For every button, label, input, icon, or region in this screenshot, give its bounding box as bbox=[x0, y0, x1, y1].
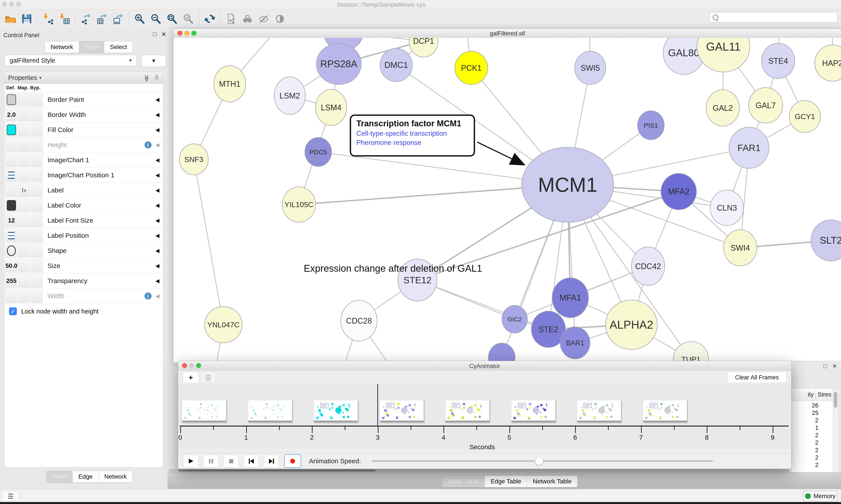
network-node-SWI5[interactable]: SWI5 bbox=[575, 51, 606, 85]
network-node-PDC5[interactable]: PDC5 bbox=[305, 138, 332, 166]
binoculars-icon[interactable] bbox=[241, 13, 254, 25]
info-icon[interactable]: i bbox=[145, 292, 151, 300]
float-panel-icon[interactable]: □ bbox=[823, 363, 827, 370]
close-window-icon[interactable] bbox=[2, 2, 7, 7]
property-row-label-color[interactable]: Label Color◀ bbox=[5, 198, 163, 213]
network-node-PIS1[interactable]: PIS1 bbox=[638, 111, 664, 140]
add-frame-button[interactable]: + bbox=[183, 372, 199, 383]
open-session-icon[interactable] bbox=[4, 13, 17, 25]
network-node-GIC2[interactable]: GIC2 bbox=[502, 305, 527, 333]
network-node-MFA1[interactable]: MFA1 bbox=[552, 278, 589, 318]
expand-row-icon[interactable]: ◀ bbox=[156, 202, 159, 209]
tab-style[interactable]: Style bbox=[79, 41, 104, 53]
expand-row-icon[interactable]: ◀ bbox=[156, 248, 159, 254]
network-node-MCM1[interactable]: MCM1 bbox=[522, 147, 614, 222]
frame-thumbnail-3[interactable] bbox=[314, 400, 358, 422]
table-vertical-scrollbar[interactable] bbox=[833, 390, 838, 473]
property-row-size[interactable]: 50.0Size◀ bbox=[5, 258, 163, 273]
pause-button[interactable] bbox=[203, 455, 218, 467]
property-row-image-chart-1[interactable]: Image/Chart 1◀ bbox=[5, 152, 163, 167]
network-node-LSM2[interactable]: LSM2 bbox=[274, 77, 305, 114]
lock-size-checkbox[interactable]: ✓ bbox=[9, 307, 17, 315]
network-node-GAL11[interactable]: GAL11 bbox=[697, 38, 750, 72]
expand-row-icon[interactable]: ◀ bbox=[156, 142, 159, 148]
expand-row-icon[interactable]: ◀ bbox=[156, 96, 159, 103]
expand-row-icon[interactable]: ◀ bbox=[156, 157, 159, 163]
network-node-DMC1[interactable]: DMC1 bbox=[380, 48, 412, 82]
property-row-transparency[interactable]: 255Transparency◀ bbox=[5, 273, 163, 288]
network-node-STE4[interactable]: STE4 bbox=[762, 43, 795, 78]
property-row-image-chart-position-1[interactable]: Image/Chart Position 1◀ bbox=[5, 167, 163, 183]
tab-node-table[interactable]: Node Table bbox=[442, 476, 485, 487]
zoom-fit-icon[interactable] bbox=[166, 13, 178, 25]
network-node-MTH1[interactable]: MTH1 bbox=[214, 66, 246, 102]
network-node-PCK1[interactable]: PCK1 bbox=[455, 51, 488, 85]
style-options-button[interactable]: ▼ bbox=[141, 55, 166, 67]
tab-network[interactable]: Network bbox=[45, 41, 79, 53]
import-table-icon[interactable] bbox=[58, 13, 71, 25]
property-row-label[interactable]: ⁝›Label◀ bbox=[5, 183, 163, 198]
network-node-GAL2[interactable]: GAL2 bbox=[706, 90, 739, 126]
clear-all-frames-button[interactable]: Clear All Frames bbox=[727, 372, 786, 383]
frame-thumbnail-6[interactable] bbox=[511, 400, 555, 422]
expand-row-icon[interactable]: ◀ bbox=[156, 293, 159, 299]
property-row-width[interactable]: Widthi◀ bbox=[5, 288, 163, 303]
save-session-icon[interactable] bbox=[21, 13, 33, 25]
expand-row-icon[interactable]: ◀ bbox=[156, 263, 159, 269]
network-node-CDC42[interactable]: CDC42 bbox=[631, 247, 665, 286]
tab-node[interactable]: Node bbox=[47, 471, 73, 482]
zoom-in-icon[interactable] bbox=[133, 13, 146, 25]
expand-row-icon[interactable]: ◀ bbox=[156, 127, 159, 133]
network-node-BAR1[interactable]: BAR1 bbox=[560, 327, 590, 359]
network-node-DCP1[interactable]: DCP1 bbox=[409, 38, 438, 57]
network-node-MFA2[interactable]: MFA2 bbox=[661, 174, 696, 210]
minimize-window-icon[interactable] bbox=[9, 2, 14, 7]
collapse-all-icon[interactable]: ≫ bbox=[153, 75, 160, 80]
network-node-YNL047C[interactable]: YNL047C bbox=[204, 307, 242, 343]
animation-speed-slider[interactable] bbox=[372, 460, 713, 462]
record-button[interactable] bbox=[284, 454, 301, 468]
network-node-TUP1[interactable]: TUP1 bbox=[673, 342, 709, 363]
property-row-fill-color[interactable]: Fill Color◀ bbox=[5, 122, 163, 137]
next-frame-button[interactable] bbox=[264, 455, 279, 467]
property-row-shape[interactable]: Shape◀ bbox=[5, 243, 163, 258]
network-node-RPS28A[interactable]: RPS28A bbox=[317, 43, 361, 85]
expand-row-icon[interactable]: ◀ bbox=[156, 233, 159, 239]
export-image-icon[interactable] bbox=[112, 13, 124, 25]
expand-row-icon[interactable]: ◀ bbox=[156, 112, 159, 118]
tab-network-table[interactable]: Network Table bbox=[527, 476, 577, 487]
panel-list-button[interactable]: ☰ bbox=[2, 491, 19, 501]
network-node-SNF3[interactable]: SNF3 bbox=[179, 144, 208, 175]
stop-button[interactable] bbox=[223, 455, 238, 467]
scrollbar-thumb[interactable] bbox=[179, 469, 376, 472]
network-node-botnode[interactable] bbox=[488, 343, 515, 363]
column-header[interactable]: Stres bbox=[818, 391, 831, 398]
prev-frame-button[interactable] bbox=[244, 455, 258, 467]
network-node-CDC28[interactable]: CDC28 bbox=[341, 300, 377, 341]
network-node-SWI4[interactable]: SWI4 bbox=[723, 230, 757, 266]
zoom-out-icon[interactable] bbox=[150, 13, 162, 25]
refresh-icon[interactable] bbox=[204, 13, 216, 25]
column-header[interactable]: ity bbox=[791, 391, 813, 398]
network-node-ALPHA2[interactable]: ALPHA2 bbox=[606, 300, 657, 349]
tab-select[interactable]: Select bbox=[104, 41, 133, 53]
expand-row-icon[interactable]: ◀ bbox=[156, 217, 159, 223]
network-node-CLN3[interactable]: CLN3 bbox=[710, 190, 744, 226]
properties-header[interactable]: Properties ▾ ≫ ≫ bbox=[5, 72, 163, 84]
slider-thumb[interactable] bbox=[535, 457, 543, 465]
timeline-playhead[interactable] bbox=[377, 384, 378, 426]
tab-edge[interactable]: Edge bbox=[73, 471, 99, 482]
network-node-FAR1[interactable]: FAR1 bbox=[729, 127, 769, 168]
import-network-icon[interactable] bbox=[42, 13, 54, 25]
expand-row-icon[interactable]: ◀ bbox=[156, 187, 159, 193]
network-window-titlebar[interactable]: galFiltered.sif bbox=[174, 29, 841, 38]
expand-row-icon[interactable]: ◀ bbox=[156, 172, 159, 178]
annotation-link[interactable]: Pheromone response bbox=[356, 139, 474, 147]
play-button[interactable] bbox=[183, 455, 198, 467]
frame-thumbnail-8[interactable] bbox=[643, 400, 687, 422]
property-row-border-paint[interactable]: Border Paint◀ bbox=[5, 92, 163, 107]
annotation-link[interactable]: Cell-type-specific transcription bbox=[356, 130, 474, 138]
network-node-GCY1[interactable]: GCY1 bbox=[789, 101, 820, 132]
property-row-border-width[interactable]: 2.0Border Width◀ bbox=[5, 107, 163, 122]
zoom-selected-icon[interactable] bbox=[182, 13, 195, 25]
